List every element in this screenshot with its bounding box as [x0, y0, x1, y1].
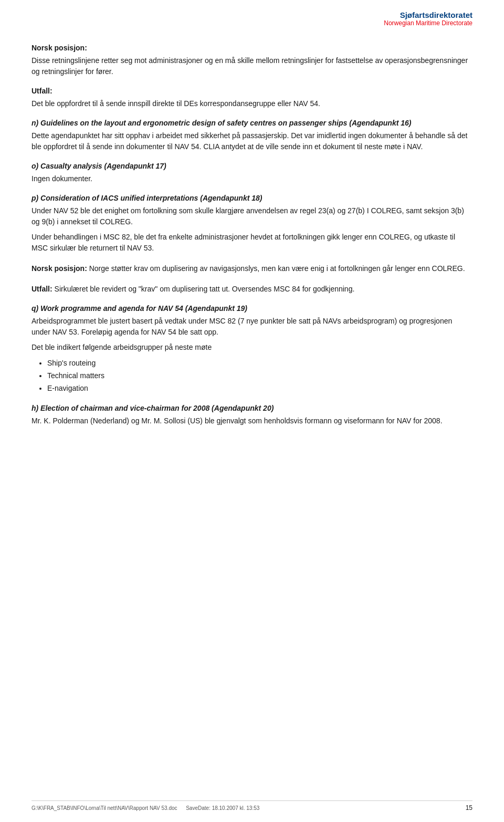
- section-heading-n-guidelines: n) Guidelines on the layout and ergonome…: [32, 119, 472, 127]
- section-norsk-posisjon-2: Norsk posisjon: Norge støtter krav om du…: [32, 263, 472, 274]
- paragraph-q-work-programme-0: Arbeidsprogrammet ble justert basert på …: [32, 316, 472, 338]
- paragraph-n-guidelines-0: Dette agendapunktet har sitt opphav i ar…: [32, 130, 472, 152]
- list-item-ships-routeing: Ship's routeing: [47, 357, 472, 370]
- text-utfall-2: Sirkulæret ble revidert og "krav" om dup…: [55, 285, 355, 293]
- page-container: Sjøfartsdirektoratet Norwegian Maritime …: [0, 0, 504, 822]
- section-heading-o-casualty: o) Casualty analysis (Agendapunkt 17): [32, 162, 472, 170]
- section-heading-q-work-programme: q) Work programme and agenda for NAV 54 …: [32, 304, 472, 313]
- paragraph-norsk-posisjon-2-inline: Norsk posisjon: Norge støtter krav om du…: [32, 263, 472, 274]
- label-norsk-posisjon-2: Norsk posisjon:: [32, 264, 87, 273]
- paragraph-o-casualty-0: Ingen dokumenter.: [32, 173, 472, 184]
- section-heading-norsk-posisjon-1: Norsk posisjon:: [32, 44, 472, 52]
- section-q-work-programme: q) Work programme and agenda for NAV 54 …: [32, 304, 472, 394]
- paragraph-p-consideration-1: Under behandlingen i MSC 82, ble det fra…: [32, 232, 472, 254]
- text-norsk-posisjon-2: Norge støtter krav om duplisering av nav…: [89, 264, 465, 273]
- section-heading-utfall-1: Utfall:: [32, 87, 472, 95]
- section-n-guidelines: n) Guidelines on the layout and ergonome…: [32, 119, 472, 152]
- section-heading-h-election: h) Election of chairman and vice-chairma…: [32, 404, 472, 412]
- paragraph-h-election-0: Mr. K. Polderman (Nederland) og Mr. M. S…: [32, 415, 472, 426]
- label-utfall-2: Utfall:: [32, 285, 52, 293]
- section-h-election: h) Election of chairman and vice-chairma…: [32, 404, 472, 426]
- section-heading-p-consideration: p) Consideration of IACS unified interpr…: [32, 194, 472, 202]
- paragraph-p-consideration-0: Under NAV 52 ble det enighet om fortolkn…: [32, 205, 472, 227]
- content-area: Norsk posisjon: Disse retningslinjene re…: [32, 44, 472, 426]
- paragraph-utfall-1-0: Det ble oppfordret til å sende innspill …: [32, 98, 472, 109]
- list-item-technical-matters: Technical matters: [47, 370, 472, 382]
- section-norsk-posisjon-1: Norsk posisjon: Disse retningslinjene re…: [32, 44, 472, 77]
- bullet-list-q: Ship's routeing Technical matters E-navi…: [47, 357, 472, 394]
- paragraph-q-work-programme-1: Det ble indikert følgende arbeidsgrupper…: [32, 342, 472, 353]
- paragraph-norsk-posisjon-1-0: Disse retningslinjene retter seg mot adm…: [32, 55, 472, 77]
- logo-area: Sjøfartsdirektoratet Norwegian Maritime …: [384, 11, 472, 27]
- section-p-consideration: p) Consideration of IACS unified interpr…: [32, 194, 472, 254]
- paragraph-utfall-2-inline: Utfall: Sirkulæret ble revidert og "krav…: [32, 284, 472, 295]
- section-utfall-2: Utfall: Sirkulæret ble revidert og "krav…: [32, 284, 472, 295]
- footer-file-path: G:\K\FRA_STAB\INFO\Lorna\Til nett\NAV\Ra…: [32, 805, 259, 811]
- logo-title: Sjøfartsdirektoratet: [384, 11, 472, 19]
- logo-subtitle: Norwegian Maritime Directorate: [384, 19, 472, 27]
- footer-page-number: 15: [466, 804, 472, 811]
- list-item-e-navigation: E-navigation: [47, 382, 472, 395]
- section-utfall-1: Utfall: Det ble oppfordret til å sende i…: [32, 87, 472, 109]
- page-header: Sjøfartsdirektoratet Norwegian Maritime …: [32, 11, 472, 31]
- page-footer: G:\K\FRA_STAB\INFO\Lorna\Til nett\NAV\Ra…: [32, 800, 472, 811]
- section-o-casualty: o) Casualty analysis (Agendapunkt 17) In…: [32, 162, 472, 184]
